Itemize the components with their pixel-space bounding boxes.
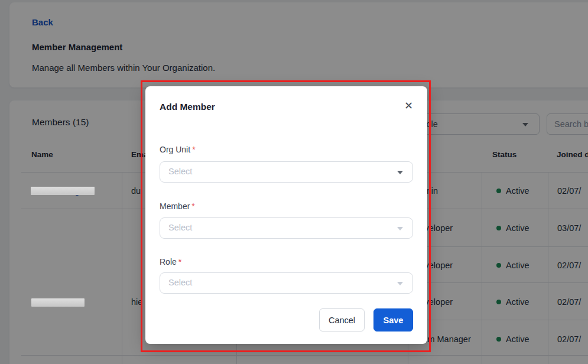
modal-title: Add Member xyxy=(160,102,215,112)
member-select[interactable]: Select xyxy=(160,217,413,239)
org-unit-label: Org Unit* xyxy=(160,145,196,154)
org-unit-select[interactable]: Select xyxy=(160,161,413,183)
close-icon[interactable]: ✕ xyxy=(404,100,413,111)
chevron-down-icon xyxy=(397,282,403,285)
required-asterisk: * xyxy=(191,202,194,211)
chevron-down-icon xyxy=(397,171,403,174)
member-management-page: Back Member Management Manage all Member… xyxy=(0,0,588,364)
member-label: Member* xyxy=(160,202,195,211)
role-label: Role* xyxy=(160,257,181,266)
required-asterisk: * xyxy=(192,145,195,154)
role-select[interactable]: Select xyxy=(160,272,413,294)
add-member-modal: Add Member ✕ Org Unit* Select Member* Se… xyxy=(145,86,427,344)
name-redaction-sticker xyxy=(31,298,85,307)
save-button[interactable]: Save xyxy=(373,308,413,332)
cancel-button[interactable]: Cancel xyxy=(319,308,365,332)
name-redaction-sticker xyxy=(31,187,95,195)
required-asterisk: * xyxy=(178,257,181,266)
chevron-down-icon xyxy=(397,227,403,230)
select-placeholder: Select xyxy=(168,223,192,232)
select-placeholder: Select xyxy=(168,278,192,287)
select-placeholder: Select xyxy=(168,167,192,176)
